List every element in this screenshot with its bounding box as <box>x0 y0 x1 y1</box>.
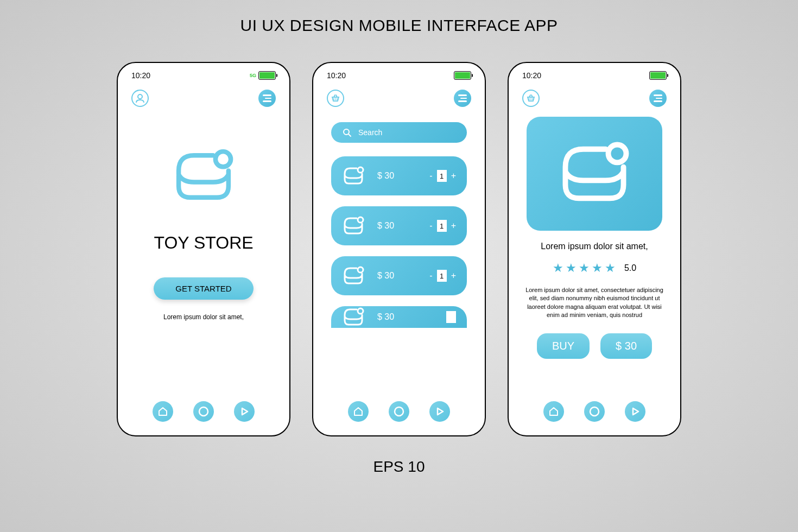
product-card[interactable]: $ 30 <box>331 306 467 328</box>
toy-logo-icon <box>342 164 365 187</box>
subtitle-text: Lorem ipsum dolor sit amet, <box>163 313 244 321</box>
phone-screen-detail: 10:20 Lorem ipsum dolor sit amet, ★ ★ <box>508 62 681 436</box>
menu-icon[interactable] <box>258 90 276 107</box>
nav-circle-button[interactable] <box>193 401 214 422</box>
product-price: $ 30 <box>373 221 421 231</box>
product-price: $ 30 <box>373 271 421 281</box>
qty-increase-button[interactable]: + <box>451 171 456 181</box>
qty-value: 1 <box>437 170 447 182</box>
battery-icon <box>649 71 667 80</box>
product-price: $ 30 <box>373 171 421 181</box>
product-card[interactable]: $ 30 - 1 + <box>331 206 467 245</box>
buy-button[interactable]: BUY <box>537 333 590 359</box>
status-time: 10:20 <box>327 71 346 80</box>
status-bar: 10:20 <box>517 68 672 83</box>
qty-increase-button[interactable]: + <box>451 221 456 231</box>
battery-icon <box>258 71 276 80</box>
qty-value: 1 <box>437 270 447 282</box>
qty-value: 1 <box>437 220 447 232</box>
signal-5g-icon: 5G <box>250 73 256 78</box>
profile-icon[interactable] <box>131 90 149 107</box>
star-icon: ★ <box>579 261 590 275</box>
product-title: Lorem ipsum dolor sit amet, <box>541 242 648 251</box>
product-card[interactable]: $ 30 - 1 + <box>331 256 467 295</box>
star-icon: ★ <box>553 261 563 275</box>
main-title: UI UX DESIGN MOBILE INTERFACE APP <box>240 16 558 35</box>
toy-logo-icon <box>342 306 365 328</box>
nav-home-button[interactable] <box>153 401 173 422</box>
star-icon: ★ <box>566 261 577 275</box>
toy-logo-icon <box>342 264 365 287</box>
nav-circle-button[interactable] <box>389 401 409 422</box>
qty-decrease-button[interactable]: - <box>429 221 432 231</box>
qty-decrease-button[interactable]: - <box>429 271 432 281</box>
status-time: 10:20 <box>522 71 541 80</box>
status-bar: 10:20 5G <box>126 68 281 83</box>
store-title: TOY STORE <box>154 233 253 253</box>
toy-logo-icon <box>342 214 365 237</box>
qty-decrease-button[interactable]: - <box>429 171 432 181</box>
rating-value: 5.0 <box>624 263 636 273</box>
toy-logo-icon <box>556 136 632 212</box>
menu-icon[interactable] <box>649 90 667 107</box>
eps-label: EPS 10 <box>373 458 425 476</box>
menu-icon[interactable] <box>454 90 471 107</box>
nav-home-button[interactable] <box>543 401 564 422</box>
search-input[interactable] <box>358 128 456 137</box>
status-bar: 10:20 <box>321 68 477 83</box>
rating: ★ ★ ★ ★ ★ 5.0 <box>553 261 636 275</box>
basket-icon[interactable] <box>522 90 540 107</box>
basket-icon[interactable] <box>327 90 344 107</box>
nav-play-button[interactable] <box>429 401 450 422</box>
product-image <box>527 117 662 231</box>
status-time: 10:20 <box>131 71 150 80</box>
product-price: $ 30 <box>373 312 438 322</box>
nav-circle-button[interactable] <box>584 401 605 422</box>
nav-play-button[interactable] <box>234 401 255 422</box>
nav-play-button[interactable] <box>625 401 645 422</box>
search-bar[interactable] <box>331 122 467 143</box>
nav-home-button[interactable] <box>348 401 369 422</box>
qty-value <box>446 311 456 323</box>
phone-screen-welcome: 10:20 5G TOY STORE GET STARTED Lorem ips… <box>117 62 290 436</box>
star-icon: ★ <box>605 261 616 275</box>
battery-icon <box>454 71 471 80</box>
toy-logo-icon <box>171 144 236 211</box>
get-started-button[interactable]: GET STARTED <box>154 277 253 300</box>
qty-increase-button[interactable]: + <box>451 271 456 281</box>
product-description: Lorem ipsum dolor sit amet, consectetuer… <box>517 286 672 320</box>
price-button[interactable]: $ 30 <box>600 333 652 359</box>
product-card[interactable]: $ 30 - 1 + <box>331 156 467 195</box>
star-icon: ★ <box>592 261 603 275</box>
search-icon <box>342 128 352 137</box>
phone-screen-list: 10:20 $ 30 - 1 + <box>312 62 486 436</box>
